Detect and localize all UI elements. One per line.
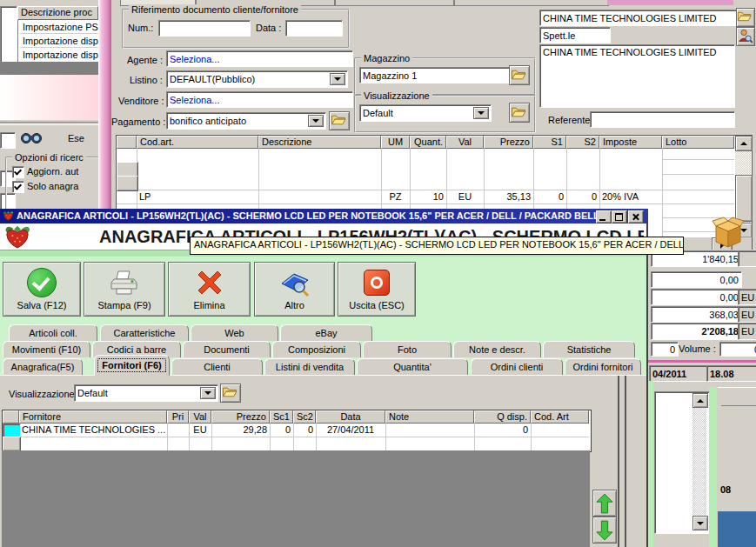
visualizzazione-fg-folder-button[interactable] bbox=[220, 384, 241, 403]
scroll-up-button[interactable] bbox=[692, 393, 708, 408]
sup-col-sc1[interactable]: Sc1 bbox=[270, 410, 293, 424]
save-button[interactable]: Salva (F12) bbox=[3, 262, 81, 317]
customer-name-field[interactable]: CHINA TIME TECHNOLOGIES LIMITED bbox=[539, 10, 739, 26]
magazzino-folder-button[interactable] bbox=[509, 65, 530, 85]
delete-button[interactable]: Elimina bbox=[168, 262, 251, 317]
visualizzazione-dropdown-arrow[interactable] bbox=[473, 107, 489, 119]
pagamento-dropdown-arrow[interactable] bbox=[308, 115, 324, 127]
customer-folder-button[interactable] bbox=[736, 8, 755, 27]
items-col-descrizione[interactable]: Descrizione bbox=[258, 136, 381, 149]
close-button[interactable] bbox=[628, 210, 644, 223]
checkbox-auto-update[interactable] bbox=[12, 166, 24, 178]
sup-col-val[interactable]: Val bbox=[189, 410, 211, 424]
tab-statistiche[interactable]: Statistiche bbox=[543, 341, 635, 357]
visualizzazione-dropdown[interactable]: Default bbox=[359, 104, 492, 122]
visualizzazione-fg-arrow[interactable] bbox=[200, 387, 216, 399]
minimize-button[interactable] bbox=[596, 210, 612, 223]
pagamento-folder-button[interactable] bbox=[329, 111, 350, 130]
proc-row[interactable]: Imposrtazione PS bbox=[20, 21, 98, 34]
listino-dropdown[interactable]: DEFAULT(Pubblico) bbox=[166, 70, 348, 88]
supplier-row[interactable]: CHINA TIME TECHNOLOGIES ... EU 29,28 0 0… bbox=[3, 424, 589, 437]
checkbox-only-registry[interactable] bbox=[12, 181, 24, 193]
exit-button[interactable]: Uscita (ESC) bbox=[338, 262, 416, 317]
tab-listini-di-vendita[interactable]: Listini di vendita bbox=[264, 358, 355, 375]
tab-composizioni[interactable]: Composizioni bbox=[272, 341, 361, 357]
proc-column-header[interactable]: Descrizione proc bbox=[17, 6, 98, 20]
tab-clienti[interactable]: Clienti bbox=[171, 358, 263, 375]
items-col-quant[interactable]: Quant. bbox=[410, 136, 446, 149]
contact-search-icon bbox=[737, 28, 753, 43]
items-row[interactable]: LP PZ 10 EU 35,13 0 0 20% IVA bbox=[117, 190, 734, 203]
items-col-val[interactable]: Val bbox=[446, 136, 484, 149]
visualizzazione-folder-button[interactable] bbox=[509, 103, 530, 123]
tab-web[interactable]: Web bbox=[191, 324, 278, 341]
items-col-s1[interactable]: S1 bbox=[533, 136, 566, 149]
num-input[interactable] bbox=[158, 20, 251, 37]
visualizzazione-dropdown-fg[interactable]: Default bbox=[74, 384, 218, 402]
pagamento-dropdown[interactable]: bonifico anticipato bbox=[166, 112, 326, 130]
items-col-um[interactable]: UM bbox=[381, 136, 410, 149]
tab-caratteristiche[interactable]: Caratteristiche bbox=[100, 324, 189, 341]
proc-row[interactable]: Importazione disp bbox=[20, 49, 98, 61]
tab-ebay[interactable]: eBay bbox=[280, 324, 372, 341]
checkbox-only-registry-label: Solo anagra bbox=[27, 181, 78, 191]
listino-dropdown-arrow[interactable] bbox=[330, 73, 345, 85]
tab-movimenti[interactable]: Movimenti (F10) bbox=[3, 341, 90, 357]
items-gutter-cell[interactable] bbox=[117, 176, 138, 191]
data-input[interactable] bbox=[285, 20, 343, 37]
maximize-button[interactable] bbox=[612, 210, 627, 223]
tab-ordini-clienti[interactable]: Ordini clienti bbox=[471, 358, 563, 375]
items-col-imposte[interactable]: Imposte bbox=[599, 136, 662, 149]
tab-quantita[interactable]: Quantita' bbox=[357, 358, 468, 375]
salutation-field[interactable]: Spett.le bbox=[539, 27, 611, 43]
tab-anagrafica[interactable]: Anagrafica(F5) bbox=[3, 358, 83, 375]
agente-label: Agente : bbox=[127, 55, 163, 65]
customer-address-textarea[interactable]: CHINA TIME TECHNOLOGIES LIMITED bbox=[539, 44, 735, 108]
sup-col-prezzo[interactable]: Prezzo bbox=[211, 410, 270, 424]
delete-button-label: Elimina bbox=[169, 299, 250, 311]
sup-col-qdisp[interactable]: Q disp. bbox=[474, 410, 531, 424]
scroll-thumb[interactable] bbox=[735, 175, 753, 222]
move-down-button[interactable] bbox=[592, 517, 617, 544]
contact-search-button[interactable] bbox=[736, 27, 755, 46]
sup-col-pri[interactable]: Pri bbox=[167, 410, 189, 424]
venditore-combo[interactable]: Seleziona... bbox=[166, 91, 353, 108]
top-tab-stub[interactable] bbox=[454, 0, 609, 6]
move-up-button[interactable] bbox=[592, 490, 617, 517]
more-button[interactable]: Altro bbox=[254, 262, 335, 317]
sup-col-fornitore[interactable]: Fornitore bbox=[19, 410, 167, 424]
splitter-line[interactable] bbox=[618, 376, 619, 547]
sup-col-note[interactable]: Note bbox=[385, 410, 474, 424]
tab-note-e-descr[interactable]: Note e descr. bbox=[453, 341, 541, 357]
print-button[interactable]: Stampa (F9) bbox=[84, 262, 165, 317]
sup-col-sc2[interactable]: Sc2 bbox=[293, 410, 316, 424]
top-tab-stub[interactable] bbox=[335, 0, 454, 6]
magazzino-field[interactable]: Magazzino 1 bbox=[359, 67, 511, 83]
items-col-codart[interactable]: Cod.art. bbox=[137, 136, 258, 149]
red-x-icon bbox=[197, 270, 223, 296]
items-col-lotto[interactable]: Lotto bbox=[662, 136, 734, 149]
window-titlebar[interactable]: ANAGRAFICA ARTICOLI - LP156WH2(TL)(AC) -… bbox=[0, 209, 646, 223]
splitter-line[interactable] bbox=[625, 376, 626, 547]
scroll-up-button[interactable] bbox=[735, 136, 753, 151]
sup-col-data[interactable]: Data bbox=[316, 410, 385, 424]
side-listbox-scrollbar[interactable] bbox=[692, 393, 706, 530]
tabs-area: Articoli coll. Caratteristiche Web eBay … bbox=[0, 324, 646, 375]
proc-row[interactable]: Importazione disp bbox=[20, 35, 98, 48]
referente-field[interactable] bbox=[590, 111, 735, 128]
tab-ordini-fornitori[interactable]: Ordini fornitori bbox=[565, 358, 641, 375]
supplier-row-empty[interactable] bbox=[3, 437, 589, 450]
tab-fornitori[interactable]: Fornitori (F6) bbox=[94, 355, 170, 376]
items-col-prezzo[interactable]: Prezzo bbox=[484, 136, 533, 149]
book-magnifier-icon bbox=[279, 269, 311, 297]
scroll-down-button[interactable] bbox=[692, 516, 708, 530]
tab-documenti[interactable]: Documenti bbox=[183, 341, 271, 357]
tab-articoli-coll[interactable]: Articoli coll. bbox=[9, 324, 97, 341]
tab-foto[interactable]: Foto bbox=[363, 341, 452, 357]
sup-col-codart[interactable]: Cod. Art bbox=[531, 410, 589, 424]
window-toolbar: Salva (F12) Stampa (F9) Elimina Altro Us… bbox=[0, 257, 646, 324]
items-col-s2[interactable]: S2 bbox=[566, 136, 599, 149]
agente-combo[interactable]: Seleziona... bbox=[166, 50, 353, 67]
field-stub[interactable] bbox=[0, 132, 16, 149]
execute-search-label[interactable]: Ese bbox=[68, 133, 84, 143]
